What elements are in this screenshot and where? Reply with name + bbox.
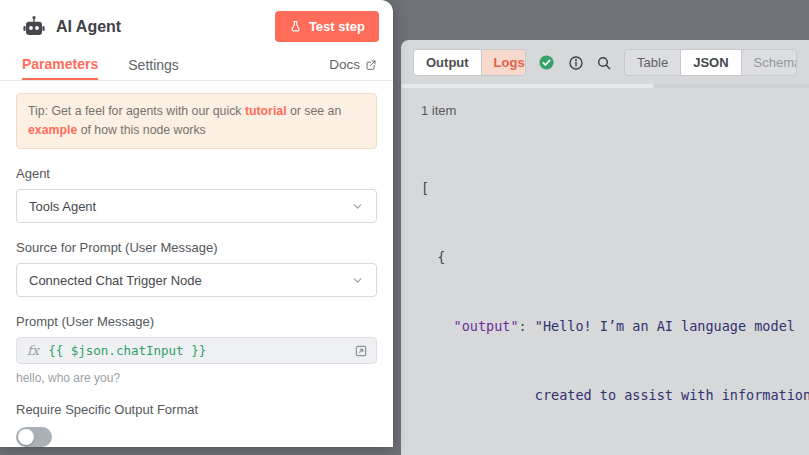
output-logs-switch: Output Logs <box>413 49 526 76</box>
info-icon[interactable] <box>567 54 583 72</box>
tip-callout: Tip: Get a feel for agents with our quic… <box>16 93 377 149</box>
ai-agent-robot-icon <box>22 15 46 39</box>
tip-text: or see an <box>287 104 342 118</box>
open-expression-editor-icon[interactable] <box>354 344 368 358</box>
fx-badge: fx <box>17 343 48 358</box>
tab-json-view[interactable]: JSON <box>680 50 740 75</box>
json-key: "output" <box>454 318 519 334</box>
external-link-icon <box>365 59 377 71</box>
tip-text: Tip: Get a feel for agents with our quic… <box>28 104 245 118</box>
horizontal-scrollbar[interactable] <box>401 84 809 88</box>
example-link[interactable]: example <box>28 123 77 137</box>
prompt-field-label: Prompt (User Message) <box>16 314 377 329</box>
tab-output[interactable]: Output <box>414 50 481 75</box>
chevron-down-icon <box>351 274 364 287</box>
items-count: 1 item <box>421 103 809 118</box>
tab-table-view[interactable]: Table <box>625 50 680 75</box>
agent-select-value: Tools Agent <box>29 199 96 214</box>
docs-link[interactable]: Docs <box>329 49 377 79</box>
json-line: { <box>421 246 809 269</box>
parameters-form: Tip: Get a feel for agents with our quic… <box>0 81 393 447</box>
json-line: "output": "Hello! I’m an AI language mod… <box>421 315 809 338</box>
node-header: AI Agent Test step <box>0 0 393 49</box>
test-step-button[interactable]: Test step <box>275 11 379 42</box>
output-toolbar: Output Logs Table JSON Schema <box>401 40 809 81</box>
tab-parameters[interactable]: Parameters <box>22 49 98 79</box>
json-line: [ <box>421 177 809 200</box>
tab-logs[interactable]: Logs <box>481 50 527 75</box>
success-status-icon <box>538 54 555 72</box>
node-settings-panel: AI Agent Test step Parameters Settings D… <box>0 0 393 447</box>
json-colon: : <box>519 318 535 334</box>
prompt-preview-hint: hello, who are you? <box>16 371 377 385</box>
prompt-expression-input[interactable]: fx {{ $json.chatInput }} <box>16 337 377 364</box>
docs-label: Docs <box>329 57 360 72</box>
prompt-source-select[interactable]: Connected Chat Trigger Node <box>16 263 377 297</box>
view-mode-switch: Table JSON Schema <box>624 49 797 76</box>
tab-schema-view[interactable]: Schema <box>741 50 797 75</box>
output-format-toggle[interactable] <box>16 427 52 447</box>
agent-select[interactable]: Tools Agent <box>16 189 377 223</box>
agent-field-label: Agent <box>16 166 377 181</box>
chevron-down-icon <box>351 200 364 213</box>
node-title[interactable]: AI Agent <box>56 18 121 36</box>
tip-text: of how this node works <box>77 123 206 137</box>
scrollbar-thumb[interactable] <box>401 84 654 88</box>
source-field-label: Source for Prompt (User Message) <box>16 240 377 255</box>
json-output-view: [ { "output": "Hello! I’m an AI language… <box>421 131 809 455</box>
node-tabs: Parameters Settings Docs <box>0 49 393 80</box>
tab-settings[interactable]: Settings <box>128 49 179 79</box>
output-panel: Output Logs Table JSON Schema <box>401 40 809 455</box>
flask-icon <box>289 20 302 33</box>
search-icon[interactable] <box>596 54 612 72</box>
tutorial-link[interactable]: tutorial <box>245 104 287 118</box>
test-step-label: Test step <box>309 19 365 34</box>
prompt-source-value: Connected Chat Trigger Node <box>29 273 202 288</box>
toggle-knob <box>18 429 34 445</box>
json-line: created to assist with information <box>421 384 809 407</box>
expression-text: {{ $json.chatInput }} <box>48 343 206 358</box>
output-format-label: Require Specific Output Format <box>16 402 377 417</box>
json-string: "Hello! I’m an AI language model <box>535 318 795 334</box>
